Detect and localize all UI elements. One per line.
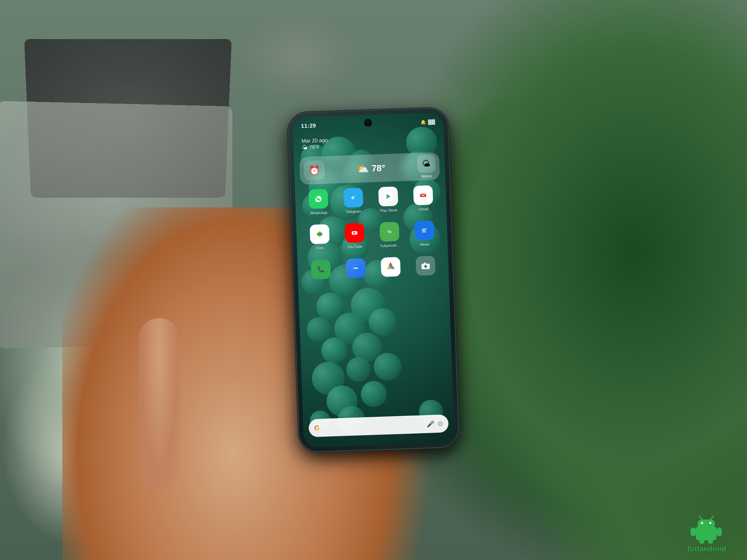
- weather-icon-small: 🌤: [302, 144, 307, 151]
- playstore-icon: [378, 186, 398, 206]
- finger-1: [138, 318, 180, 491]
- news-label: News: [420, 242, 430, 246]
- app-row-1: WhatsApp Telegram: [301, 185, 441, 215]
- svg-rect-18: [422, 232, 426, 232]
- messages-icon: [345, 258, 366, 278]
- weather-date-row: 🌤 79°F: [302, 143, 328, 151]
- app-whatsapp[interactable]: WhatsApp: [306, 189, 331, 215]
- tuttandroid-icon: TA: [379, 222, 399, 242]
- svg-rect-39: [691, 528, 696, 536]
- svg-rect-41: [699, 539, 704, 544]
- lens-icon[interactable]: ⊙: [437, 420, 443, 428]
- chrome-icon: [380, 257, 400, 277]
- app-news[interactable]: News: [412, 221, 437, 247]
- temp-small: 79°F: [309, 144, 320, 150]
- phone-device: 11:29 🔔 ▓▓ Mar 20 ago 🌤 79°F ⏰: [288, 108, 459, 452]
- whatsapp-label: WhatsApp: [310, 211, 328, 215]
- app-youtube[interactable]: YouTube: [342, 223, 367, 249]
- date-area: Mar 20 ago 🌤 79°F: [302, 137, 328, 151]
- gmail-icon: [413, 185, 433, 205]
- news-icon: [414, 221, 434, 241]
- photos-label: Foto: [316, 246, 324, 250]
- dnd-icon: 🔔: [420, 119, 426, 125]
- status-time: 11:29: [301, 123, 316, 130]
- svg-rect-40: [717, 528, 722, 536]
- gmail-label: Gmail: [418, 207, 428, 211]
- svg-point-35: [701, 522, 703, 524]
- google-logo: G: [314, 424, 320, 432]
- app-row-2: Foto YouTube: [302, 220, 442, 251]
- quick-access-row: 📞: [303, 255, 443, 280]
- youtube-label: YouTube: [347, 244, 362, 249]
- phone-screen: 11:29 🔔 ▓▓ Mar 20 ago 🌤 79°F ⏰: [292, 112, 454, 448]
- clock-widget: ⏰: [304, 160, 325, 180]
- watermark-text: Tuttandroid: [686, 545, 726, 553]
- search-input-area[interactable]: [323, 424, 423, 428]
- playstore-label: Play Store: [380, 208, 397, 213]
- battery-icon: ▓▓: [428, 119, 435, 125]
- app-chrome[interactable]: [378, 257, 403, 277]
- svg-rect-17: [422, 230, 425, 231]
- status-icons: 🔔 ▓▓: [420, 119, 435, 125]
- camera-icon: [415, 256, 435, 276]
- meteo-label: Meteo: [421, 174, 432, 178]
- svg-rect-42: [708, 539, 713, 544]
- svg-point-36: [709, 522, 711, 524]
- svg-text:📞: 📞: [317, 266, 324, 273]
- svg-rect-33: [696, 526, 717, 540]
- meteo-icon: 🌤: [422, 159, 431, 169]
- telegram-icon: [343, 188, 363, 208]
- app-photos[interactable]: Foto: [307, 224, 332, 250]
- weather-main: ⛅ 78°: [327, 161, 415, 176]
- app-gmail[interactable]: Gmail: [411, 185, 436, 212]
- app-tuttandroid[interactable]: TA TuttoAndr...: [377, 222, 402, 248]
- weather-widget[interactable]: ⏰ ⛅ 78° 🌤 Meteo: [299, 152, 440, 185]
- app-camera[interactable]: [413, 256, 438, 276]
- svg-rect-34: [698, 520, 715, 528]
- clock-icon: ⏰: [308, 165, 320, 176]
- svg-text:TA: TA: [387, 230, 391, 234]
- meteo-widget: 🌤 Meteo: [417, 155, 435, 179]
- meteo-icon-bg: 🌤: [417, 155, 435, 173]
- svg-rect-32: [424, 263, 426, 264]
- tuttandroid-label: TuttoAndr...: [380, 243, 400, 248]
- photos-icon: [310, 224, 330, 244]
- youtube-icon: [344, 223, 365, 243]
- tuttandroid-watermark: Tuttandroid: [686, 513, 726, 553]
- mic-icon[interactable]: 🎤: [426, 420, 434, 428]
- svg-line-38: [710, 516, 713, 520]
- phone-icon: 📞: [311, 259, 331, 279]
- weather-temp: 78°: [371, 162, 385, 174]
- whatsapp-icon: [308, 189, 328, 209]
- app-messages[interactable]: [343, 258, 368, 278]
- app-phone[interactable]: 📞: [308, 259, 333, 279]
- android-logo-svg: [689, 513, 723, 544]
- telegram-label: Telegram: [346, 209, 362, 214]
- date-text: Mar 20 ago: [302, 137, 328, 144]
- app-telegram[interactable]: Telegram: [341, 188, 366, 214]
- app-grid: WhatsApp Telegram: [301, 185, 444, 289]
- weather-icon-big: ⛅: [357, 163, 369, 175]
- svg-line-37: [699, 516, 702, 520]
- phone-body: 11:29 🔔 ▓▓ Mar 20 ago 🌤 79°F ⏰: [288, 108, 459, 452]
- app-playstore[interactable]: Play Store: [376, 186, 401, 213]
